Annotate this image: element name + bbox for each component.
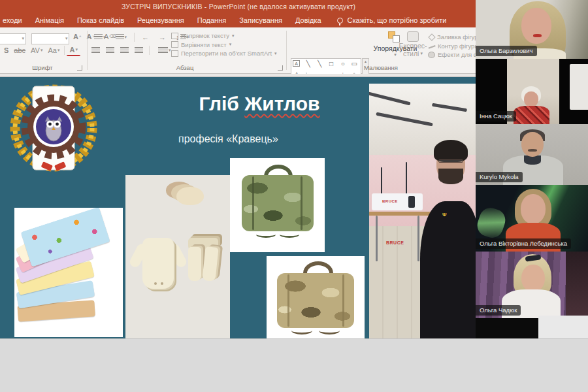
paragraph-text-column: Напрямок тексту▾ Вирівняти текст▾ Перетв… xyxy=(171,31,284,58)
decrease-indent-button[interactable]: ← xyxy=(139,32,152,42)
video-call-sidebar: Ольга Барзилович Інна Сацюк Kurylo Mykol… xyxy=(476,0,588,338)
paragraph-row2: ▾ xyxy=(91,46,174,55)
trident-emblem: Ψ xyxy=(442,212,446,218)
tab-review[interactable]: Рецензування xyxy=(131,13,191,27)
participant-tile-4[interactable]: Ольга Вікторівна Лебединська xyxy=(476,185,588,252)
font-name-combo[interactable]: ▾ xyxy=(0,33,26,44)
participant-tile-3[interactable]: Kurylo Mykola xyxy=(476,124,588,185)
shape-outline-icon xyxy=(428,43,436,49)
participant-name-label: Ольга Барзилович xyxy=(476,46,537,56)
ribbon-tab-bar: еходи Анімація Показ слайдів Рецензуванн… xyxy=(0,13,477,27)
tab-transitions[interactable]: еходи xyxy=(0,13,29,27)
desktop-bottom-area xyxy=(0,338,588,392)
font-group: ▾ ▾ xyxy=(0,31,69,44)
change-case-button[interactable]: Aa▾ xyxy=(45,45,62,56)
slide-canvas[interactable]: Гліб Житлов професія «Кравець» xyxy=(0,77,477,338)
text-direction-icon xyxy=(171,33,178,39)
strikethrough-button[interactable]: abc xyxy=(11,45,28,56)
shape-fill-icon xyxy=(428,33,435,41)
slide-subtitle[interactable]: професія «Кравець» xyxy=(178,133,278,145)
powerpoint-window: ЗУСТРІЧ ВИПУСКНИКІВ - PowerPoint (не вда… xyxy=(0,0,477,338)
align-left-button[interactable] xyxy=(91,47,100,54)
participant-tile-5[interactable]: Ольга Чадюк xyxy=(476,252,588,318)
character-spacing-button[interactable]: AV▾ xyxy=(28,45,45,56)
paragraph-group-label: Абзац xyxy=(87,64,283,71)
text-shadow-button[interactable]: S xyxy=(1,45,11,56)
slide-title-misspelled: Житлов xyxy=(244,93,319,114)
slide-title[interactable]: Гліб Житлов xyxy=(152,93,367,115)
font-dialog-launcher[interactable] xyxy=(77,65,82,71)
fabric-stack-image[interactable] xyxy=(14,208,123,337)
smartart-icon xyxy=(171,50,178,57)
shape-format-column: Заливка фігури Контур фігури Ефекти для … xyxy=(428,33,476,59)
participant-name-label: Ольга Чадюк xyxy=(476,305,521,316)
sidebar-empty-area xyxy=(476,318,538,338)
tab-recording[interactable]: Записування xyxy=(233,13,289,27)
grow-font-button[interactable]: A˄ xyxy=(71,31,84,42)
screen: ЗУСТРІЧ ВИПУСКНИКІВ - PowerPoint (не вда… xyxy=(0,0,588,392)
participant-name-label: Інна Сацюк xyxy=(476,111,516,122)
font-group-label: Шрифт xyxy=(0,64,85,71)
font-effect-buttons: S abc AV▾ Aa▾ A▾ xyxy=(1,44,80,56)
drawing-group-label: Малювання xyxy=(286,64,476,71)
school-emblem-logo[interactable] xyxy=(7,82,101,176)
tab-slideshow[interactable]: Показ слайдів xyxy=(71,13,131,27)
paragraph-dialog-launcher[interactable] xyxy=(278,65,283,71)
convert-smartart-button[interactable]: Перетворити на об'єкт SmartArt▾ xyxy=(171,49,284,58)
align-text-button[interactable]: Вирівняти текст▾ xyxy=(171,41,284,50)
window-title: ЗУСТРІЧ ВИПУСКНИКІВ - PowerPoint (не вда… xyxy=(122,3,355,10)
camo-bag-green-image[interactable] xyxy=(230,158,325,252)
tell-me-box[interactable]: Скажіть, що потрібно зробити xyxy=(337,16,447,24)
font-size-combo[interactable]: ▾ xyxy=(31,33,69,44)
shape-fill-button[interactable]: Заливка фігури xyxy=(428,33,476,42)
workshop-photo[interactable]: BRUCE BRUCE Ψ xyxy=(369,84,476,338)
justify-button[interactable] xyxy=(135,47,143,54)
table-brand: BRUCE xyxy=(386,240,404,245)
quick-styles-icon xyxy=(407,31,419,42)
tab-animations[interactable]: Анімація xyxy=(29,13,71,27)
bullets-button[interactable]: ▾ xyxy=(91,33,108,42)
window-titlebar: ЗУСТРІЧ ВИПУСКНИКІВ - PowerPoint (не вда… xyxy=(0,0,477,13)
shape-outline-button[interactable]: Контур фігури xyxy=(428,42,476,51)
increase-indent-button[interactable]: → xyxy=(156,32,169,42)
tab-help[interactable]: Довідка xyxy=(289,13,328,27)
align-text-icon xyxy=(171,41,178,48)
shapes-scroll-up-icon[interactable]: ▲ xyxy=(364,59,367,63)
window-background-patch xyxy=(538,316,588,338)
numbering-button[interactable]: ▾ xyxy=(113,33,130,42)
presenter-person xyxy=(420,201,476,338)
align-center-button[interactable] xyxy=(106,47,114,54)
sewing-machine-brand: BRUCE xyxy=(382,199,398,203)
slide-title-first: Гліб xyxy=(199,93,244,114)
align-right-button[interactable] xyxy=(120,47,129,54)
text-direction-button[interactable]: Напрямок тексту▾ xyxy=(171,31,284,41)
participant-5-video xyxy=(566,252,588,318)
shape-effects-button[interactable]: Ефекти для фігур xyxy=(428,50,476,59)
participant-name-label: Ольга Вікторівна Лебединська xyxy=(476,238,571,249)
participant-4-video xyxy=(476,205,508,240)
quick-styles-button[interactable]: Експрес- стилі▾ xyxy=(396,31,430,57)
ribbon: ▾ ▾ A˄ A˅ A⌫ S abc AV▾ Aa▾ A▾ Шрифт ▾ xyxy=(0,27,477,74)
tab-view[interactable]: Подання xyxy=(191,13,233,27)
participant-tile-2[interactable]: Інна Сацюк xyxy=(476,59,588,124)
camo-bag-tan-image[interactable] xyxy=(267,256,365,338)
shape-effects-icon xyxy=(428,52,435,58)
baby-clothes-image[interactable] xyxy=(125,175,230,338)
lightbulb-icon xyxy=(337,18,343,24)
participant-tile-1[interactable]: Ольга Барзилович xyxy=(476,0,588,59)
tell-me-label: Скажіть, що потрібно зробити xyxy=(348,16,447,24)
participant-name-label: Kurylo Mykola xyxy=(476,172,523,182)
font-color-button[interactable]: A▾ xyxy=(67,44,80,56)
